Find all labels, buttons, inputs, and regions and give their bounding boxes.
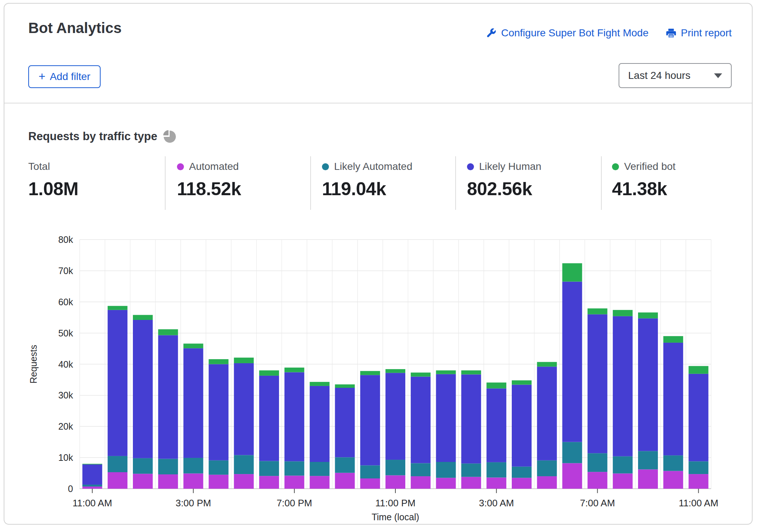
bar-segment-likely-automated[interactable]	[461, 463, 481, 477]
bar-segment-likely-automated[interactable]	[537, 460, 557, 476]
bar-segment-verified-bot[interactable]	[486, 383, 506, 389]
bar-segment-automated[interactable]	[108, 472, 127, 489]
bar-segment-likely-automated[interactable]	[663, 455, 683, 471]
bar-segment-automated[interactable]	[285, 475, 304, 489]
bar-segment-likely-human[interactable]	[512, 385, 532, 467]
bar-segment-likely-automated[interactable]	[613, 456, 633, 474]
bar-segment-automated[interactable]	[638, 469, 658, 489]
bar-segment-likely-automated[interactable]	[335, 457, 355, 473]
bar-hour-7[interactable]	[259, 370, 279, 489]
bar-segment-automated[interactable]	[310, 476, 330, 489]
bar-hour-14[interactable]	[436, 370, 456, 489]
bar-segment-likely-human[interactable]	[411, 376, 431, 463]
bar-segment-automated[interactable]	[537, 476, 557, 489]
bar-segment-likely-human[interactable]	[259, 376, 279, 461]
bar-hour-20[interactable]	[587, 309, 607, 489]
bar-hour-19[interactable]	[562, 263, 582, 489]
bar-segment-automated[interactable]	[184, 473, 203, 489]
bar-segment-likely-human[interactable]	[638, 318, 658, 451]
bar-segment-automated[interactable]	[613, 473, 633, 489]
bar-segment-automated[interactable]	[360, 478, 380, 489]
bar-segment-likely-human[interactable]	[209, 364, 228, 460]
bar-segment-automated[interactable]	[486, 477, 506, 489]
bar-segment-likely-automated[interactable]	[108, 456, 127, 472]
bar-segment-likely-automated[interactable]	[285, 461, 304, 475]
bar-hour-6[interactable]	[234, 358, 254, 489]
bar-segment-likely-automated[interactable]	[411, 463, 431, 476]
bar-hour-9[interactable]	[310, 382, 330, 489]
bar-segment-likely-human[interactable]	[285, 372, 304, 462]
bar-segment-likely-human[interactable]	[486, 389, 506, 462]
bar-segment-likely-human[interactable]	[613, 316, 633, 456]
bar-hour-5[interactable]	[209, 359, 228, 489]
bar-segment-likely-automated[interactable]	[209, 460, 228, 475]
bar-segment-verified-bot[interactable]	[689, 366, 709, 374]
bar-segment-verified-bot[interactable]	[82, 464, 102, 464]
bar-segment-likely-automated[interactable]	[436, 462, 456, 478]
bar-hour-16[interactable]	[486, 383, 506, 489]
bar-segment-verified-bot[interactable]	[411, 372, 431, 376]
bar-segment-likely-automated[interactable]	[360, 465, 380, 478]
bar-hour-11[interactable]	[360, 371, 380, 489]
bar-segment-verified-bot[interactable]	[613, 310, 633, 316]
bar-segment-likely-human[interactable]	[385, 373, 405, 460]
configure-super-bot-fight-mode-link[interactable]: Configure Super Bot Fight Mode	[486, 27, 649, 39]
bar-hour-3[interactable]	[158, 329, 178, 489]
bar-segment-likely-automated[interactable]	[486, 462, 506, 478]
bar-hour-18[interactable]	[537, 362, 557, 489]
bar-segment-likely-human[interactable]	[234, 363, 254, 455]
bar-segment-likely-automated[interactable]	[82, 485, 102, 487]
bar-hour-23[interactable]	[663, 336, 683, 489]
bar-segment-automated[interactable]	[436, 478, 456, 489]
bar-segment-automated[interactable]	[259, 476, 279, 489]
bar-segment-automated[interactable]	[234, 474, 254, 489]
stat-likely-automated[interactable]: Likely Automated 119.04k	[322, 161, 412, 200]
bar-segment-likely-human[interactable]	[133, 320, 153, 458]
bar-segment-likely-automated[interactable]	[385, 460, 405, 475]
bar-segment-verified-bot[interactable]	[310, 382, 330, 386]
bar-segment-verified-bot[interactable]	[335, 385, 355, 388]
bar-segment-likely-automated[interactable]	[259, 461, 279, 476]
bar-hour-8[interactable]	[285, 368, 304, 489]
bar-segment-verified-bot[interactable]	[234, 358, 254, 363]
bar-hour-0[interactable]	[82, 464, 102, 489]
bar-segment-verified-bot[interactable]	[209, 359, 228, 364]
bar-segment-verified-bot[interactable]	[133, 315, 153, 320]
bar-segment-automated[interactable]	[133, 474, 153, 489]
bar-segment-likely-human[interactable]	[587, 314, 607, 453]
time-range-dropdown[interactable]: Last 24 hours	[619, 63, 732, 88]
bar-hour-10[interactable]	[335, 385, 355, 489]
bar-segment-likely-automated[interactable]	[562, 442, 582, 463]
bar-segment-verified-bot[interactable]	[360, 371, 380, 375]
bar-hour-24[interactable]	[689, 366, 709, 489]
bar-segment-likely-human[interactable]	[689, 374, 709, 461]
bar-hour-22[interactable]	[638, 313, 658, 489]
bar-hour-15[interactable]	[461, 370, 481, 489]
bar-segment-likely-human[interactable]	[310, 386, 330, 462]
bar-hour-2[interactable]	[133, 315, 153, 489]
stat-automated[interactable]: Automated 118.52k	[177, 161, 241, 200]
bar-segment-verified-bot[interactable]	[587, 309, 607, 314]
bar-segment-automated[interactable]	[82, 487, 102, 489]
bar-segment-automated[interactable]	[209, 475, 228, 489]
bar-segment-likely-human[interactable]	[82, 464, 102, 485]
bar-segment-likely-human[interactable]	[562, 282, 582, 442]
add-filter-button[interactable]: + Add filter	[28, 65, 101, 88]
bar-hour-17[interactable]	[512, 380, 532, 489]
stat-verified-bot[interactable]: Verified bot 41.38k	[612, 161, 675, 200]
bar-segment-likely-human[interactable]	[184, 348, 203, 458]
bar-segment-verified-bot[interactable]	[385, 369, 405, 373]
bar-hour-1[interactable]	[108, 306, 127, 489]
bar-segment-automated[interactable]	[411, 476, 431, 489]
bar-segment-verified-bot[interactable]	[158, 329, 178, 335]
bar-segment-likely-automated[interactable]	[158, 459, 178, 474]
bar-segment-verified-bot[interactable]	[436, 370, 456, 374]
bar-hour-4[interactable]	[184, 343, 203, 489]
bar-segment-verified-bot[interactable]	[108, 306, 127, 310]
bar-segment-likely-human[interactable]	[108, 310, 127, 456]
bar-segment-likely-automated[interactable]	[689, 461, 709, 474]
bar-hour-21[interactable]	[613, 310, 633, 489]
stat-total[interactable]: Total 1.08M	[28, 161, 78, 200]
bar-segment-likely-human[interactable]	[335, 388, 355, 457]
print-report-link[interactable]: Print report	[666, 27, 732, 39]
